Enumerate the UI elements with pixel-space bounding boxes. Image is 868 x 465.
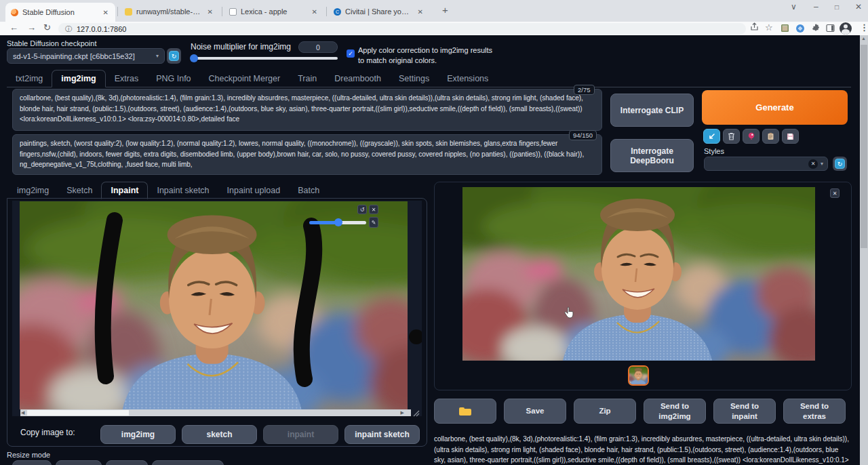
tab-dreambooth[interactable]: Dreambooth bbox=[326, 70, 390, 87]
resize-mode-option[interactable] bbox=[56, 460, 102, 465]
save-style-button[interactable] bbox=[782, 129, 799, 144]
tab-title: Lexica - apple bbox=[241, 7, 307, 16]
back-icon[interactable]: ← bbox=[9, 22, 18, 33]
scroll-left-icon[interactable]: ◀ bbox=[21, 410, 24, 416]
extra-networks-button[interactable] bbox=[743, 129, 760, 144]
close-gallery-icon[interactable]: ✕ bbox=[830, 188, 840, 198]
window-minimize-icon[interactable]: – bbox=[814, 2, 818, 12]
tab-train[interactable]: Train bbox=[289, 70, 326, 87]
scrollbar-thumb[interactable] bbox=[27, 410, 129, 416]
brush-size-slider[interactable] bbox=[309, 221, 366, 224]
send-to-extras-button[interactable]: Send to extras bbox=[783, 399, 846, 424]
negative-prompt-textarea[interactable]: paintings, sketch, (worst quality:2), (l… bbox=[12, 134, 602, 175]
page-scrollbar[interactable]: ▲ bbox=[860, 35, 868, 465]
mode-tab-inpaint-upload[interactable]: Inpaint upload bbox=[218, 182, 290, 199]
clipboard-icon bbox=[767, 132, 774, 140]
extensions-puzzle-icon[interactable] bbox=[812, 24, 821, 35]
inpaint-canvas[interactable]: ↺ ✕ ✎ bbox=[12, 201, 422, 416]
mode-tab-sketch[interactable]: Sketch bbox=[58, 182, 101, 199]
apply-style-button[interactable] bbox=[762, 129, 779, 144]
slider-handle[interactable] bbox=[334, 218, 342, 226]
prompt-textarea[interactable]: collarbone, (best quality),(8k, 3d),(pho… bbox=[12, 89, 602, 131]
app-window: Stable Diffusion✕runwayml/stable-diffusi… bbox=[0, 0, 868, 465]
checkpoint-dropdown[interactable]: sd-v1-5-inpainting.ckpt [c6bbc15e32] ▾ bbox=[7, 48, 165, 64]
mode-tab-inpaint-sketch[interactable]: Inpaint sketch bbox=[148, 182, 218, 199]
save-button[interactable]: Save bbox=[504, 399, 566, 424]
undo-icon[interactable]: ↺ bbox=[357, 205, 367, 214]
clear-styles-icon[interactable]: ✕ bbox=[808, 159, 818, 169]
tab-txt2img[interactable]: txt2img bbox=[7, 70, 52, 87]
window-maximize-icon[interactable]: □ bbox=[835, 3, 839, 11]
copy-to-inpaint-sketch-button[interactable]: inpaint sketch bbox=[344, 425, 420, 444]
new-tab-button[interactable]: + bbox=[442, 4, 448, 16]
copy-to-sketch-button[interactable]: sketch bbox=[182, 425, 257, 444]
checkpoint-value: sd-v1-5-inpainting.ckpt [c6bbc15e32] bbox=[13, 52, 156, 60]
arrow-down-left-icon bbox=[708, 133, 715, 140]
mode-tab-batch[interactable]: Batch bbox=[289, 182, 328, 199]
styles-dropdown[interactable]: ✕ ▾ bbox=[704, 157, 828, 171]
noise-multiplier-value[interactable]: 0 bbox=[298, 41, 338, 53]
paste-params-button[interactable] bbox=[703, 129, 720, 144]
canvas-h-scrollbar[interactable]: ◀ ▶ bbox=[20, 409, 411, 416]
noise-multiplier-slider[interactable] bbox=[191, 57, 338, 60]
send-to-inpaint-button[interactable]: Send to inpaint bbox=[713, 399, 776, 424]
reload-icon[interactable]: ↻ bbox=[43, 22, 51, 33]
send-to-img2img-button[interactable]: Send to img2img bbox=[644, 399, 706, 424]
scroll-right-icon[interactable]: ▶ bbox=[401, 410, 404, 416]
copy-to-inpaint-button: inpaint bbox=[263, 425, 338, 444]
share-icon[interactable] bbox=[750, 22, 759, 33]
address-bar[interactable]: ⓘ 127.0.0.1:7860 bbox=[58, 23, 746, 35]
tab-close-icon[interactable]: ✕ bbox=[206, 8, 214, 16]
folder-icon bbox=[459, 407, 471, 416]
browser-tab[interactable]: runwayml/stable-diffusion-inpai✕ bbox=[119, 4, 220, 19]
refresh-icon: ↻ bbox=[169, 51, 179, 61]
browser-tab[interactable]: Lexica - apple✕ bbox=[224, 4, 324, 19]
styles-refresh-button[interactable]: ↻ bbox=[833, 157, 847, 171]
tab-extras[interactable]: Extras bbox=[106, 70, 147, 87]
extension-grid-icon[interactable] bbox=[781, 24, 789, 35]
profile-avatar[interactable] bbox=[840, 22, 852, 35]
browser-menu-icon[interactable]: ⋮ bbox=[860, 22, 868, 33]
tab-checkpoint-merger[interactable]: Checkpoint Merger bbox=[200, 70, 290, 87]
scroll-up-icon[interactable]: ▲ bbox=[861, 36, 866, 41]
zip-button[interactable]: Zip bbox=[574, 399, 636, 424]
resize-mode-option[interactable] bbox=[152, 460, 224, 465]
tab-close-icon[interactable]: ✕ bbox=[416, 8, 425, 16]
clear-image-icon[interactable]: ✕ bbox=[369, 205, 378, 214]
resize-mode-option[interactable] bbox=[106, 460, 148, 465]
tab-close-icon[interactable]: ✕ bbox=[102, 9, 110, 16]
tab-img2img[interactable]: img2img bbox=[52, 70, 105, 87]
generation-info-text: collarbone, (best quality),(8k, 3d),(pho… bbox=[434, 434, 849, 464]
tab-title: Stable Diffusion bbox=[22, 8, 98, 16]
tab-settings[interactable]: Settings bbox=[390, 70, 438, 87]
bookmark-star-icon[interactable]: ☆ bbox=[765, 22, 773, 33]
interrogate-deepbooru-button[interactable]: Interrogate DeepBooru bbox=[610, 139, 694, 172]
tab-png-info[interactable]: PNG Info bbox=[147, 70, 199, 87]
window-chevron-icon[interactable]: ∨ bbox=[791, 2, 797, 12]
tab-extensions[interactable]: Extensions bbox=[438, 70, 497, 87]
media-circle-icon[interactable] bbox=[796, 24, 804, 33]
mode-tab-img2img[interactable]: img2img bbox=[8, 182, 58, 199]
result-image[interactable] bbox=[462, 187, 815, 361]
clear-prompt-button[interactable] bbox=[723, 129, 740, 144]
slider-handle[interactable] bbox=[190, 54, 198, 62]
resize-mode-option[interactable] bbox=[12, 460, 52, 465]
gallery-thumbnail-selected[interactable] bbox=[628, 365, 649, 386]
open-folder-button[interactable] bbox=[434, 399, 496, 424]
side-panel-icon[interactable] bbox=[826, 24, 835, 35]
site-info-icon[interactable]: ⓘ bbox=[65, 24, 72, 34]
window-close-icon[interactable]: ✕ bbox=[855, 2, 862, 12]
copy-to-img2img-button[interactable]: img2img bbox=[100, 425, 176, 444]
browser-tab[interactable]: Stable Diffusion✕ bbox=[5, 3, 115, 22]
mode-tab-inpaint[interactable]: Inpaint bbox=[101, 182, 148, 199]
color-correction-checkbox[interactable]: ✓ bbox=[347, 49, 355, 58]
tab-close-icon[interactable]: ✕ bbox=[311, 8, 319, 16]
brush-icon[interactable]: ✎ bbox=[369, 217, 378, 228]
resize-grip-icon[interactable] bbox=[412, 409, 420, 418]
interrogate-clip-button[interactable]: Interrogate CLIP bbox=[610, 94, 694, 127]
generate-button[interactable]: Generate bbox=[702, 90, 848, 125]
scrollbar-thumb[interactable] bbox=[861, 45, 867, 248]
checkpoint-refresh-button[interactable]: ↻ bbox=[167, 48, 181, 64]
forward-icon[interactable]: → bbox=[27, 22, 36, 33]
browser-tab[interactable]: CCivitai | Share your models✕ bbox=[328, 4, 430, 19]
